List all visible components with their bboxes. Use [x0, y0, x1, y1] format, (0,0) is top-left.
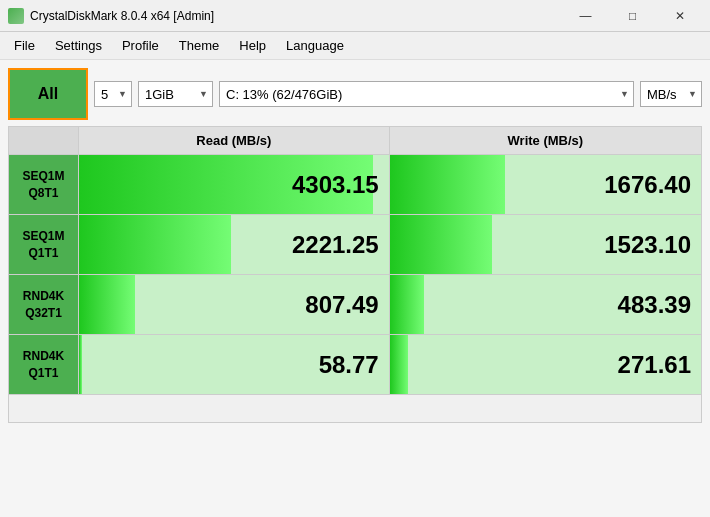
row-label: SEQ1MQ8T1	[9, 155, 79, 215]
read-bar	[79, 275, 135, 334]
col-header-label	[9, 127, 79, 155]
read-cell: 4303.15	[79, 155, 390, 215]
write-bar	[390, 215, 493, 274]
size-select-wrapper: 512MiB 1GiB 2GiB 4GiB	[138, 81, 213, 107]
table-row: RND4KQ1T1 58.77 271.61	[9, 335, 702, 395]
write-bar	[390, 275, 424, 334]
write-bar	[390, 335, 409, 394]
unit-select[interactable]: MB/s GB/s IOPS μs	[640, 81, 702, 107]
size-select[interactable]: 512MiB 1GiB 2GiB 4GiB	[138, 81, 213, 107]
read-value: 4303.15	[292, 171, 379, 199]
menu-language[interactable]: Language	[276, 34, 354, 57]
all-button[interactable]: All	[8, 68, 88, 120]
table-row: SEQ1MQ8T1 4303.15 1676.40	[9, 155, 702, 215]
read-cell: 58.77	[79, 335, 390, 395]
write-value: 1523.10	[604, 231, 691, 259]
read-value: 2221.25	[292, 231, 379, 259]
write-cell: 271.61	[389, 335, 701, 395]
write-cell: 483.39	[389, 275, 701, 335]
row-label: RND4KQ1T1	[9, 335, 79, 395]
write-value: 271.61	[618, 351, 691, 379]
table-row: SEQ1MQ1T1 2221.25 1523.10	[9, 215, 702, 275]
row-label: SEQ1MQ1T1	[9, 215, 79, 275]
read-cell: 2221.25	[79, 215, 390, 275]
row-label: RND4KQ32T1	[9, 275, 79, 335]
benchmark-table: Read (MB/s) Write (MB/s) SEQ1MQ8T1 4303.…	[8, 126, 702, 423]
main-content: All 1 3 5 9 512MiB 1GiB 2GiB 4GiB C: 13%…	[0, 60, 710, 517]
controls-row: All 1 3 5 9 512MiB 1GiB 2GiB 4GiB C: 13%…	[8, 68, 702, 120]
read-bar	[79, 215, 231, 274]
read-cell: 807.49	[79, 275, 390, 335]
unit-select-wrapper: MB/s GB/s IOPS μs	[640, 81, 702, 107]
minimize-button[interactable]: —	[563, 1, 608, 31]
titlebar: CrystalDiskMark 8.0.4 x64 [Admin] — □ ✕	[0, 0, 710, 32]
app-icon	[8, 8, 24, 24]
write-bar	[390, 155, 505, 214]
footer-row	[9, 395, 702, 423]
menu-theme[interactable]: Theme	[169, 34, 229, 57]
read-value: 58.77	[319, 351, 379, 379]
col-header-write: Write (MB/s)	[389, 127, 701, 155]
write-value: 483.39	[618, 291, 691, 319]
write-cell: 1676.40	[389, 155, 701, 215]
menu-help[interactable]: Help	[229, 34, 276, 57]
close-button[interactable]: ✕	[657, 1, 702, 31]
read-value: 807.49	[305, 291, 378, 319]
maximize-button[interactable]: □	[610, 1, 655, 31]
window-controls: — □ ✕	[563, 1, 702, 31]
count-select[interactable]: 1 3 5 9	[94, 81, 132, 107]
table-row: RND4KQ32T1 807.49 483.39	[9, 275, 702, 335]
menu-settings[interactable]: Settings	[45, 34, 112, 57]
menu-profile[interactable]: Profile	[112, 34, 169, 57]
write-cell: 1523.10	[389, 215, 701, 275]
count-select-wrapper: 1 3 5 9	[94, 81, 132, 107]
menubar: File Settings Profile Theme Help Languag…	[0, 32, 710, 60]
write-value: 1676.40	[604, 171, 691, 199]
menu-file[interactable]: File	[4, 34, 45, 57]
read-bar	[79, 335, 82, 394]
drive-select-wrapper: C: 13% (62/476GiB)	[219, 81, 634, 107]
drive-select[interactable]: C: 13% (62/476GiB)	[219, 81, 634, 107]
col-header-read: Read (MB/s)	[79, 127, 390, 155]
window-title: CrystalDiskMark 8.0.4 x64 [Admin]	[30, 9, 563, 23]
